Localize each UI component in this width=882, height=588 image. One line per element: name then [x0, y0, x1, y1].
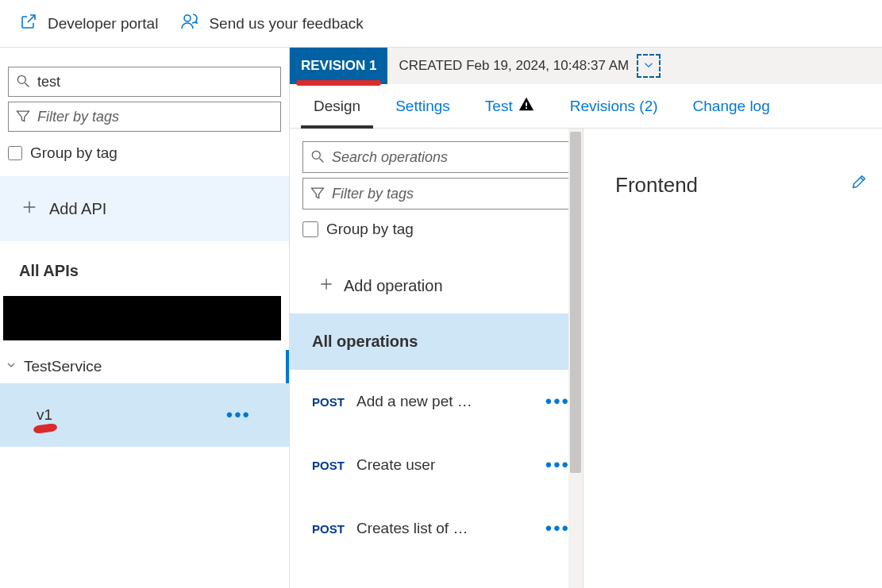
- ops-scroll-thumb[interactable]: [570, 132, 581, 473]
- api-tag-filter-input[interactable]: [37, 109, 274, 125]
- ops-group-by-tag[interactable]: Group by tag: [302, 214, 570, 251]
- search-icon: [15, 73, 31, 91]
- feedback-link[interactable]: Send us your feedback: [180, 12, 363, 35]
- api-group-testservice[interactable]: TestService: [0, 350, 289, 383]
- tab-revisions[interactable]: Revisions (2): [553, 84, 676, 128]
- add-api-button[interactable]: Add API: [0, 176, 289, 241]
- plus-icon: [318, 276, 334, 296]
- add-operation-button[interactable]: Add operation: [302, 259, 570, 313]
- svg-point-0: [184, 15, 191, 21]
- all-apis-header[interactable]: All APIs: [0, 241, 289, 296]
- plus-icon: [21, 198, 38, 220]
- operation-row[interactable]: POST Add a new pet … •••: [290, 370, 583, 433]
- svg-rect-3: [526, 107, 527, 109]
- tab-changelog-label: Change log: [693, 98, 770, 115]
- api-group-by-tag-checkbox[interactable]: [8, 146, 22, 160]
- op-name: Creates list of …: [356, 520, 537, 537]
- design-content: Group by tag Add operation All operation…: [290, 129, 882, 588]
- external-link-icon: [19, 12, 38, 35]
- main-panel: REVISION 1 CREATED Feb 19, 2024, 10:48:3…: [289, 48, 882, 588]
- api-sidebar: Group by tag Add API All APIs TestServic…: [0, 48, 289, 588]
- ops-group-by-tag-label: Group by tag: [326, 221, 414, 238]
- api-item-redacted[interactable]: [3, 296, 281, 340]
- tab-test-label: Test: [485, 98, 513, 115]
- chevron-down-icon: [5, 358, 17, 375]
- filter-icon: [310, 185, 325, 203]
- add-api-label: Add API: [49, 200, 106, 218]
- operations-panel: Group by tag Add operation All operation…: [290, 129, 584, 588]
- ops-group-by-tag-checkbox[interactable]: [302, 221, 318, 237]
- tab-test[interactable]: Test: [468, 84, 553, 128]
- svg-rect-2: [526, 102, 527, 106]
- tab-settings[interactable]: Settings: [378, 84, 468, 128]
- revision-dropdown[interactable]: [637, 54, 661, 78]
- topbar: Developer portal Send us your feedback: [0, 0, 882, 48]
- ops-tag-filter-box[interactable]: [302, 178, 570, 209]
- warning-icon: [518, 95, 535, 117]
- api-search-box[interactable]: [8, 67, 281, 97]
- filter-icon: [15, 108, 31, 126]
- api-group-by-tag-label: Group by tag: [30, 144, 117, 162]
- op-menu-button[interactable]: •••: [537, 390, 570, 413]
- feedback-label: Send us your feedback: [209, 15, 363, 33]
- revision-bar: REVISION 1 CREATED Feb 19, 2024, 10:48:3…: [290, 48, 882, 84]
- tab-changelog[interactable]: Change log: [676, 84, 788, 128]
- revision-created-text: CREATED Feb 19, 2024, 10:48:37 AM: [387, 58, 629, 74]
- op-method: POST: [312, 522, 356, 536]
- ops-scrollbar[interactable]: [568, 129, 583, 588]
- search-icon: [310, 148, 325, 167]
- ops-search-box[interactable]: [302, 141, 570, 173]
- chevron-down-icon: [641, 58, 656, 75]
- api-version-v1[interactable]: v1 •••: [0, 383, 289, 447]
- annotation-red-mark: [33, 423, 57, 434]
- tab-design-label: Design: [314, 98, 360, 115]
- developer-portal-link[interactable]: Developer portal: [19, 12, 158, 35]
- api-tag-filter-box[interactable]: [8, 102, 281, 132]
- api-group-label: TestService: [24, 358, 102, 375]
- api-group-by-tag[interactable]: Group by tag: [0, 136, 289, 176]
- revision-badge[interactable]: REVISION 1: [290, 48, 387, 84]
- revision-created-time: Feb 19, 2024, 10:48:37 AM: [466, 58, 629, 73]
- op-menu-button[interactable]: •••: [537, 517, 570, 540]
- revision-badge-label: REVISION 1: [301, 58, 376, 74]
- ops-tag-filter-input[interactable]: [332, 186, 563, 202]
- op-name: Create user: [356, 456, 537, 474]
- operation-row[interactable]: POST Create user •••: [290, 433, 583, 497]
- tab-settings-label: Settings: [395, 98, 450, 115]
- ops-search-input[interactable]: [332, 149, 563, 166]
- feedback-icon: [180, 12, 199, 35]
- tab-design[interactable]: Design: [296, 84, 378, 128]
- tabs: Design Settings Test Revisions (2) Chang…: [290, 84, 882, 129]
- all-operations-header[interactable]: All operations: [290, 313, 583, 370]
- api-version-menu-button[interactable]: •••: [226, 404, 289, 426]
- api-version-label: v1: [37, 406, 52, 424]
- pencil-icon: [850, 180, 868, 193]
- edit-frontend-button[interactable]: [850, 173, 868, 193]
- op-name: Add a new pet …: [356, 393, 537, 410]
- op-menu-button[interactable]: •••: [537, 454, 570, 476]
- op-method: POST: [312, 459, 356, 472]
- op-method: POST: [312, 395, 356, 409]
- svg-point-4: [312, 151, 320, 159]
- operation-row[interactable]: POST Creates list of … •••: [290, 497, 583, 560]
- frontend-panel: Frontend: [584, 129, 882, 588]
- revision-created-prefix: CREATED: [399, 58, 462, 73]
- svg-point-1: [17, 75, 25, 83]
- frontend-title: Frontend: [615, 173, 698, 198]
- developer-portal-label: Developer portal: [48, 15, 158, 33]
- tab-revisions-label: Revisions (2): [570, 98, 658, 115]
- api-search-input[interactable]: [37, 74, 274, 90]
- add-operation-label: Add operation: [344, 277, 443, 295]
